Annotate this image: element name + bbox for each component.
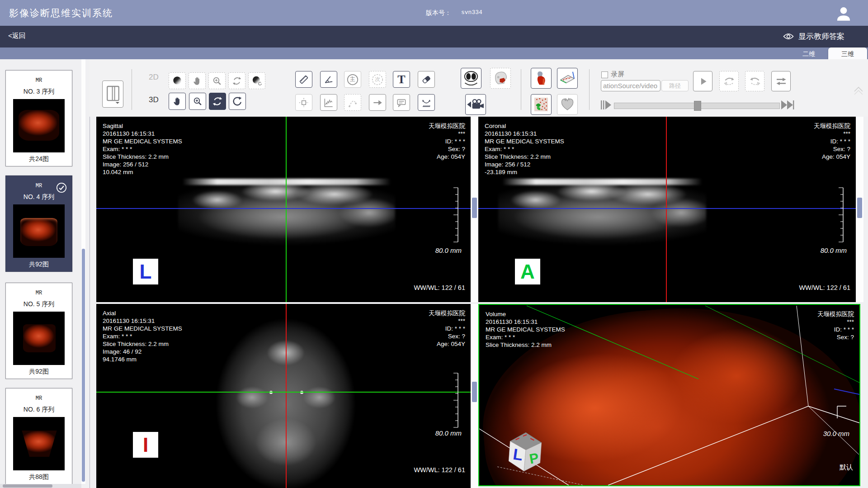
record-path-input[interactable]: [601, 80, 660, 91]
coronal-info-left: Coronal 20161130 16:15:31 MR GE MEDICAL …: [485, 122, 564, 176]
rotate-forward-button[interactable]: [719, 71, 739, 91]
roi-box-tool-button[interactable]: [295, 94, 312, 111]
tab-2d[interactable]: 二维: [789, 47, 828, 59]
secondary-region-tool-button[interactable]: 次: [369, 71, 386, 88]
spline-tool-button[interactable]: [344, 94, 361, 111]
sidebar-hscrollbar-thumb[interactable]: [3, 484, 52, 488]
collapse-toolbar-button[interactable]: [853, 85, 864, 99]
show-teacher-answer-label: 显示教师答案: [798, 31, 844, 42]
scale-ruler: [838, 187, 844, 243]
record-checkbox[interactable]: [601, 71, 608, 78]
series-card-no5[interactable]: MR NO. 5 序列 共92图: [5, 283, 72, 379]
zoom-3d-button[interactable]: [189, 93, 206, 110]
wwwl-2d-button[interactable]: [169, 72, 186, 89]
play-button[interactable]: [693, 71, 712, 91]
record-path-button[interactable]: 路径: [661, 80, 689, 91]
main-region-tool-button[interactable]: 主: [344, 71, 361, 88]
wwwl-reset-2d-button[interactable]: [248, 72, 265, 89]
orientation-cube[interactable]: L P: [501, 428, 549, 474]
reset-view-icon: [231, 95, 243, 107]
rotate-3d-button-selected[interactable]: [209, 93, 226, 110]
crosshair-vertical-red[interactable]: [666, 117, 667, 302]
series-card-no4-selected[interactable]: MR NO. 4 序列 共92图: [5, 175, 72, 272]
wwwl-readout: WW/WL: 122 / 61: [414, 284, 465, 292]
series-name: NO. 4 序列: [6, 193, 72, 201]
back-button[interactable]: <返回: [8, 32, 26, 40]
viewport-coronal[interactable]: Coronal 20161130 16:15:31 MR GE MEDICAL …: [478, 117, 856, 302]
series-modality: MR: [6, 395, 72, 402]
eraser-tool-button[interactable]: [418, 71, 435, 88]
axial-scrollbar-thumb[interactable]: [472, 382, 477, 402]
ruler-tool-button[interactable]: [295, 71, 312, 88]
tab-3d[interactable]: 三维: [828, 47, 867, 59]
segmentation-preset-button[interactable]: [531, 94, 552, 115]
playback-slider[interactable]: [614, 103, 780, 109]
skull-volume-icon: [492, 70, 509, 87]
series-modality: MR: [6, 77, 72, 84]
playback-slider-thumb[interactable]: [694, 101, 701, 111]
zoom-in-icon: [192, 96, 203, 107]
pan-3d-button[interactable]: [169, 93, 186, 110]
coronal-scrollbar[interactable]: [856, 117, 863, 302]
sagittal-scrollbar-thumb[interactable]: [472, 198, 477, 218]
heart-volume-preset-button[interactable]: [557, 94, 578, 115]
knee-mpr-preset-button[interactable]: [531, 68, 552, 89]
slice-registration-preset-button[interactable]: [557, 68, 578, 89]
fast-forward-icon[interactable]: [781, 99, 797, 111]
rotate-icon: [212, 95, 223, 107]
sagittal-scrollbar[interactable]: [471, 117, 478, 302]
ct-slice-preset-button[interactable]: [461, 68, 481, 89]
series-image-count: 共92图: [6, 368, 72, 376]
viewport-axial[interactable]: Axial 20161130 16:15:31 MR GE MEDICAL SY…: [96, 304, 471, 488]
view-mode-tabstrip: 二维 三维: [0, 47, 868, 59]
sidebar-hscrollbar[interactable]: [0, 484, 81, 488]
crosshair-vertical-red[interactable]: [286, 304, 287, 488]
reset-view-button[interactable]: [229, 93, 246, 110]
eraser-icon: [420, 74, 432, 85]
swap-direction-button[interactable]: [771, 71, 791, 91]
ct-slice-icon: [462, 70, 480, 87]
sidebar-scrollbar-thumb[interactable]: [82, 249, 85, 482]
crosshair-horizontal-green[interactable]: [96, 392, 471, 393]
curve-ruler-tool-button[interactable]: [418, 94, 435, 111]
angle-tool-button[interactable]: [320, 71, 337, 88]
step-start-icon[interactable]: [600, 99, 613, 111]
crosshair-vertical-green[interactable]: [286, 117, 287, 302]
ruler-icon: [298, 74, 310, 85]
slice-registration-icon: [559, 70, 576, 87]
histogram-tool-button[interactable]: [320, 94, 337, 111]
series-name: NO. 3 序列: [6, 88, 72, 96]
series-card-no3[interactable]: MR NO. 3 序列 共24图: [5, 70, 72, 166]
viewport-layout-button[interactable]: [102, 81, 123, 108]
main-tool-char: 主: [350, 76, 355, 83]
zoom-in-icon: [212, 76, 222, 86]
rotate-2d-button[interactable]: [228, 72, 245, 89]
pan-hand-icon: [192, 76, 203, 86]
crosshair-horizontal-blue[interactable]: [96, 208, 471, 209]
series-card-no6[interactable]: MR NO. 6 序列 共88图: [5, 388, 72, 484]
user-profile-button[interactable]: [835, 5, 853, 23]
export-video-button[interactable]: [465, 94, 486, 115]
skull-volume-preset-button[interactable]: [490, 68, 511, 89]
show-teacher-answer-button[interactable]: 显示教师答案: [780, 31, 847, 42]
sagittal-info-left: Sagittal 20161130 16:15:31 MR GE MEDICAL…: [103, 122, 182, 176]
text-tool-button[interactable]: T: [393, 71, 410, 88]
series-modality: MR: [6, 290, 72, 296]
viewport-volume-selected[interactable]: Volume 20161130 16:15:31 MR GE MEDICAL S…: [478, 304, 860, 486]
segmentation-icon: [533, 96, 550, 113]
coronal-scrollbar-thumb[interactable]: [857, 198, 862, 218]
rotate-backward-button[interactable]: [745, 71, 764, 91]
sagittal-info-right: 天堰模拟医院 *** ID: * * * Sex: ? Age: 054Y: [429, 122, 465, 161]
viewport-sagittal[interactable]: Sagittal 20161130 16:15:31 MR GE MEDICAL…: [96, 117, 471, 302]
sidebar-scrollbar[interactable]: [81, 59, 85, 484]
pan-2d-button[interactable]: [189, 72, 206, 89]
arrow-tool-button[interactable]: [369, 94, 386, 111]
crosshair-horizontal-blue[interactable]: [478, 208, 856, 209]
zoom-2d-button[interactable]: [208, 72, 226, 89]
scale-label: 30.0 mm: [823, 430, 849, 437]
pan-hand-icon: [172, 96, 183, 107]
scale-label: 80.0 mm: [821, 246, 847, 254]
series-thumbnail: [13, 417, 65, 470]
axial-scrollbar[interactable]: [471, 304, 478, 488]
comment-tool-button[interactable]: [393, 94, 410, 111]
